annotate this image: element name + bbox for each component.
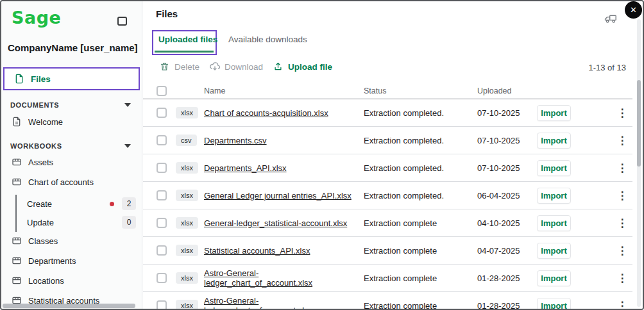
section-workbooks: WORKBOOKS [10, 142, 62, 150]
document-icon [12, 117, 22, 127]
sidebar-item-files[interactable]: Files [3, 67, 140, 90]
table-row: xlsx Departments_API.xlsx Extraction com… [143, 154, 632, 182]
status-text: Extraction completed. [364, 191, 477, 200]
pagination-range: 1-13 of 13 [588, 63, 626, 72]
kebab-menu-icon[interactable]: ⋮ [617, 163, 628, 174]
kebab-menu-icon[interactable]: ⋮ [617, 190, 628, 201]
sidebar-item-assets[interactable]: Assets [1, 153, 142, 171]
row-checkbox[interactable] [157, 300, 167, 310]
uploaded-date: 04-10-2025 [477, 218, 537, 228]
import-button[interactable]: Import [537, 160, 571, 176]
status-text: Extraction completed. [364, 108, 477, 118]
sidebar-item-locations[interactable]: Locations [1, 272, 142, 290]
sidebar-item-departments[interactable]: Departments [1, 252, 142, 270]
filetype-badge: xlsx [176, 245, 198, 256]
kebab-menu-icon[interactable]: ⋮ [617, 108, 628, 118]
table-row: csv Departments.csv Extraction completed… [143, 127, 632, 154]
table-row: xlsx General-ledger_statistical-account.… [143, 209, 632, 237]
file-link[interactable]: General Ledger journal entries_API.xlsx [204, 191, 364, 200]
uploaded-date: 01-28-2025 [477, 301, 537, 310]
file-link[interactable]: Astro-General-ledger_chart_of_account.xl… [204, 296, 364, 310]
tab-available-downloads[interactable]: Available downloads [228, 35, 307, 53]
sidebar-item-chart-of-accounts[interactable]: Chart of accounts [1, 173, 142, 191]
chevron-down-icon[interactable] [124, 103, 131, 107]
file-link[interactable]: General-ledger_statistical-account.xlsx [204, 218, 364, 228]
uploaded-date: 06-04-2025 [477, 191, 537, 200]
row-checkbox[interactable] [157, 273, 167, 283]
row-checkbox[interactable] [157, 218, 167, 228]
file-link[interactable]: Departments_API.xlsx [204, 163, 364, 173]
filetype-badge: xlsx [176, 162, 198, 174]
vertical-scrollbar[interactable] [637, 19, 641, 307]
import-button[interactable]: Import [537, 243, 571, 259]
sidebar-item-welcome[interactable]: Welcome [1, 113, 142, 131]
section-documents: DOCUMENTS [10, 101, 59, 109]
sidebar-item-label: Files [31, 74, 51, 84]
upload-file-button[interactable]: Upload file [273, 61, 332, 72]
close-icon[interactable]: ✕ [625, 1, 642, 19]
horizontal-scrollbar[interactable] [3, 304, 135, 308]
sidebar-item-classes[interactable]: Classes [1, 232, 142, 250]
sidebar-item-create[interactable]: Create 2 [27, 195, 136, 212]
uploaded-date: 04-07-2025 [477, 246, 537, 256]
kebab-menu-icon[interactable]: ⋮ [617, 135, 628, 146]
workbook-icon [12, 256, 22, 266]
app-window: Sage CompanyName [user_name] Files DOCUM… [0, 0, 644, 310]
workbook-icon [12, 275, 22, 286]
uploaded-date: 07-10-2025 [477, 136, 537, 145]
row-checkbox[interactable] [157, 245, 167, 256]
sidebar-item-label: Classes [28, 236, 58, 246]
table-row: xlsx Astro-General-ledger_chart_of_accou… [143, 265, 632, 292]
row-checkbox[interactable] [157, 190, 167, 200]
kebab-menu-icon[interactable]: ⋮ [617, 245, 628, 256]
sidebar-item-label: Create [27, 199, 52, 209]
sidebar-item-label: Locations [28, 276, 64, 286]
sage-logo: Sage [12, 8, 61, 28]
select-all-checkbox[interactable] [157, 86, 167, 96]
status-text: Extraction complete [364, 301, 477, 310]
download-label: Download [225, 62, 263, 72]
sidebar-item-label: Departments [28, 256, 76, 266]
sidebar-item-label: Welcome [28, 117, 63, 127]
table-header: Name Status Uploaded [143, 83, 632, 99]
row-checkbox[interactable] [157, 108, 167, 118]
kebab-menu-icon[interactable]: ⋮ [617, 300, 628, 310]
uploaded-date: 01-28-2025 [477, 273, 537, 283]
kebab-menu-icon[interactable]: ⋮ [617, 218, 628, 229]
download-button[interactable]: Download [210, 61, 263, 72]
active-tab-underline [155, 51, 214, 53]
import-button[interactable]: Import [537, 215, 571, 231]
import-button[interactable]: Import [537, 270, 571, 286]
import-button[interactable]: Import [537, 105, 571, 121]
table-body: xlsx Chart of accounts-acquisition.xlsx … [143, 99, 632, 310]
truck-icon[interactable] [604, 13, 616, 24]
alert-dot-icon [110, 202, 114, 206]
import-button[interactable]: Import [537, 298, 571, 310]
status-text: Extraction completed. [364, 163, 477, 173]
kebab-menu-icon[interactable]: ⋮ [617, 273, 628, 284]
table-row: xlsx General Ledger journal entries_API.… [143, 182, 632, 209]
file-link[interactable]: Chart of accounts-acquisition.xlsx [204, 108, 364, 118]
scrollbar-thumb[interactable] [637, 80, 641, 167]
sidebar-item-label: Update [27, 218, 54, 227]
column-header-uploaded: Uploaded [477, 86, 537, 95]
row-checkbox[interactable] [157, 163, 167, 173]
import-button[interactable]: Import [537, 188, 571, 204]
workbook-icon [12, 177, 22, 187]
count-badge: 2 [122, 197, 136, 210]
import-button[interactable]: Import [537, 133, 571, 149]
filetype-badge: xlsx [176, 217, 198, 229]
file-link[interactable]: Statistical accounts_API.xlsx [204, 246, 364, 256]
sidebar-collapse-icon[interactable] [117, 17, 127, 26]
row-checkbox[interactable] [157, 135, 167, 145]
chevron-down-icon[interactable] [124, 144, 131, 148]
upload-file-label: Upload file [288, 62, 332, 72]
tab-uploaded-files[interactable]: Uploaded files [158, 35, 217, 53]
filetype-badge: xlsx [176, 190, 198, 201]
status-text: Extraction complete [364, 246, 477, 256]
file-link[interactable]: Astro-General-ledger_chart_of_account.xl… [204, 268, 364, 288]
workbook-icon [12, 157, 22, 167]
delete-button[interactable]: Delete [160, 61, 199, 72]
file-link[interactable]: Departments.csv [204, 136, 364, 145]
sidebar-item-update[interactable]: Update 0 [27, 214, 136, 231]
